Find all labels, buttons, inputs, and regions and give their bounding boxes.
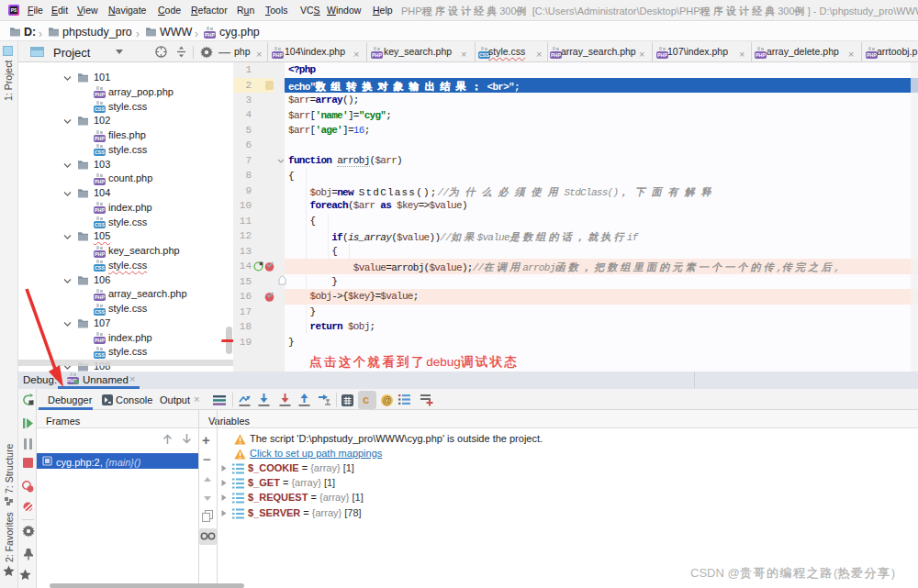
svg-text:PHP: PHP xyxy=(273,52,283,58)
svg-text:PHP: PHP xyxy=(657,52,667,58)
svg-text:PHP: PHP xyxy=(95,179,105,184)
svg-text:CSS: CSS xyxy=(95,150,105,155)
svg-text:PHP: PHP xyxy=(372,52,382,58)
svg-text:PHP: PHP xyxy=(95,92,105,97)
svg-text:PHP: PHP xyxy=(205,32,215,38)
svg-text:CSS: CSS xyxy=(95,106,105,112)
svg-text:CSS: CSS xyxy=(95,309,105,315)
svg-text:CSS: CSS xyxy=(95,222,105,227)
svg-text:PHP: PHP xyxy=(95,251,105,257)
svg-text:CSS: CSS xyxy=(95,265,105,271)
svg-text:PHP: PHP xyxy=(95,136,105,141)
svg-text:CSS: CSS xyxy=(95,352,105,358)
svg-text:PHP: PHP xyxy=(756,52,766,58)
svg-text:PHP: PHP xyxy=(95,338,105,343)
svg-text:PHP: PHP xyxy=(95,294,105,300)
svg-text:PHP: PHP xyxy=(95,207,105,213)
svg-text:PHP: PHP xyxy=(551,52,561,58)
svg-text:PHP: PHP xyxy=(867,52,877,58)
